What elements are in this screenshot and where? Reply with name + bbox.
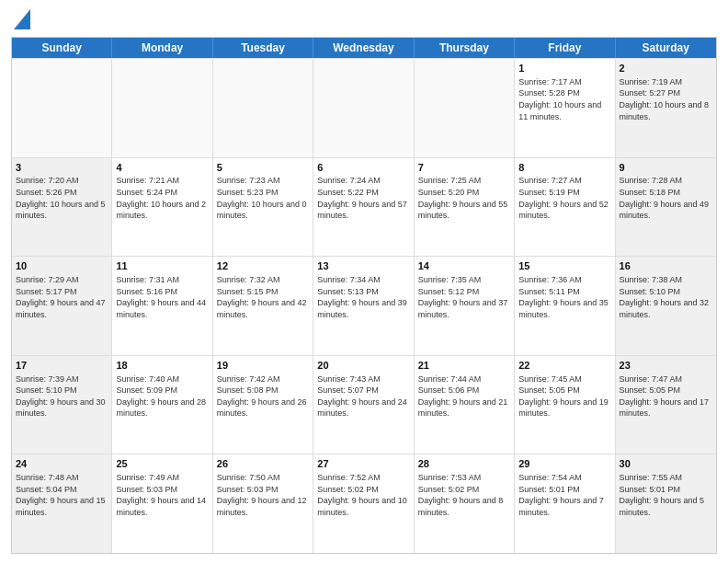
day-info: Sunrise: 7:36 AM Sunset: 5:11 PM Dayligh… [518, 274, 610, 320]
calendar-day-24: 24Sunrise: 7:48 AM Sunset: 5:04 PM Dayli… [12, 454, 112, 553]
day-number: 22 [518, 359, 610, 373]
calendar-day-empty [213, 59, 313, 157]
calendar-day-3: 3Sunrise: 7:20 AM Sunset: 5:26 PM Daylig… [12, 158, 112, 257]
calendar-day-14: 14Sunrise: 7:35 AM Sunset: 5:12 PM Dayli… [415, 257, 515, 355]
day-number: 8 [518, 161, 610, 175]
calendar-day-7: 7Sunrise: 7:25 AM Sunset: 5:20 PM Daylig… [415, 158, 515, 257]
day-info: Sunrise: 7:19 AM Sunset: 5:27 PM Dayligh… [620, 76, 712, 122]
calendar-day-30: 30Sunrise: 7:55 AM Sunset: 5:01 PM Dayli… [616, 454, 716, 553]
day-number: 26 [217, 457, 309, 471]
day-number: 2 [620, 62, 712, 75]
calendar-row-5: 24Sunrise: 7:48 AM Sunset: 5:04 PM Dayli… [12, 454, 716, 553]
day-info: Sunrise: 7:20 AM Sunset: 5:26 PM Dayligh… [16, 175, 108, 221]
calendar-day-21: 21Sunrise: 7:44 AM Sunset: 5:06 PM Dayli… [415, 356, 515, 454]
calendar-day-10: 10Sunrise: 7:29 AM Sunset: 5:17 PM Dayli… [12, 257, 112, 355]
day-info: Sunrise: 7:21 AM Sunset: 5:24 PM Dayligh… [116, 175, 208, 221]
calendar-day-2: 2Sunrise: 7:19 AM Sunset: 5:27 PM Daylig… [616, 59, 716, 157]
day-number: 13 [317, 259, 409, 273]
day-number: 21 [418, 359, 510, 373]
day-info: Sunrise: 7:39 AM Sunset: 5:10 PM Dayligh… [16, 373, 108, 419]
day-number: 14 [418, 259, 510, 273]
calendar-day-empty [112, 59, 212, 157]
day-number: 17 [16, 359, 108, 373]
day-info: Sunrise: 7:48 AM Sunset: 5:04 PM Dayligh… [16, 472, 108, 518]
day-number: 6 [317, 161, 409, 175]
calendar-day-26: 26Sunrise: 7:50 AM Sunset: 5:03 PM Dayli… [213, 454, 313, 553]
calendar-day-17: 17Sunrise: 7:39 AM Sunset: 5:10 PM Dayli… [12, 356, 112, 454]
calendar-day-19: 19Sunrise: 7:42 AM Sunset: 5:08 PM Dayli… [213, 356, 313, 454]
day-number: 5 [217, 161, 309, 175]
calendar-row-1: 1Sunrise: 7:17 AM Sunset: 5:28 PM Daylig… [12, 58, 716, 157]
day-number: 10 [16, 259, 108, 273]
header-day-saturday: Saturday [616, 38, 716, 58]
calendar-day-11: 11Sunrise: 7:31 AM Sunset: 5:16 PM Dayli… [112, 257, 212, 355]
day-number: 23 [620, 359, 712, 373]
day-info: Sunrise: 7:40 AM Sunset: 5:09 PM Dayligh… [116, 373, 208, 419]
day-number: 3 [16, 161, 108, 175]
day-info: Sunrise: 7:54 AM Sunset: 5:01 PM Dayligh… [518, 472, 610, 518]
calendar-day-29: 29Sunrise: 7:54 AM Sunset: 5:01 PM Dayli… [515, 454, 615, 553]
calendar-row-3: 10Sunrise: 7:29 AM Sunset: 5:17 PM Dayli… [12, 256, 716, 355]
header-day-tuesday: Tuesday [213, 38, 313, 58]
day-number: 12 [217, 259, 309, 273]
calendar-day-18: 18Sunrise: 7:40 AM Sunset: 5:09 PM Dayli… [112, 356, 212, 454]
calendar-day-13: 13Sunrise: 7:34 AM Sunset: 5:13 PM Dayli… [313, 257, 414, 355]
calendar-day-8: 8Sunrise: 7:27 AM Sunset: 5:19 PM Daylig… [515, 158, 615, 257]
calendar-header: SundayMondayTuesdayWednesdayThursdayFrid… [12, 38, 716, 58]
day-number: 9 [620, 161, 712, 175]
day-number: 19 [217, 359, 309, 373]
calendar-day-5: 5Sunrise: 7:23 AM Sunset: 5:23 PM Daylig… [213, 158, 313, 257]
svg-marker-0 [14, 9, 30, 29]
calendar-day-empty [313, 59, 414, 157]
calendar-day-15: 15Sunrise: 7:36 AM Sunset: 5:11 PM Dayli… [515, 257, 615, 355]
day-info: Sunrise: 7:35 AM Sunset: 5:12 PM Dayligh… [418, 274, 510, 320]
day-info: Sunrise: 7:29 AM Sunset: 5:17 PM Dayligh… [16, 274, 108, 320]
day-number: 11 [116, 259, 208, 273]
day-info: Sunrise: 7:44 AM Sunset: 5:06 PM Dayligh… [418, 373, 510, 419]
day-info: Sunrise: 7:43 AM Sunset: 5:07 PM Dayligh… [317, 373, 409, 419]
calendar-day-6: 6Sunrise: 7:24 AM Sunset: 5:22 PM Daylig… [313, 158, 414, 257]
day-info: Sunrise: 7:42 AM Sunset: 5:08 PM Dayligh… [217, 373, 309, 419]
calendar-day-1: 1Sunrise: 7:17 AM Sunset: 5:28 PM Daylig… [515, 59, 615, 157]
header-day-thursday: Thursday [415, 38, 515, 58]
header-day-sunday: Sunday [12, 38, 112, 58]
calendar-day-28: 28Sunrise: 7:53 AM Sunset: 5:02 PM Dayli… [415, 454, 515, 553]
logo-icon [14, 9, 30, 29]
day-info: Sunrise: 7:50 AM Sunset: 5:03 PM Dayligh… [217, 472, 309, 518]
day-info: Sunrise: 7:25 AM Sunset: 5:20 PM Dayligh… [418, 175, 510, 221]
day-info: Sunrise: 7:47 AM Sunset: 5:05 PM Dayligh… [620, 373, 712, 419]
header-day-monday: Monday [112, 38, 212, 58]
day-number: 15 [518, 259, 610, 273]
day-number: 16 [620, 259, 712, 273]
day-info: Sunrise: 7:38 AM Sunset: 5:10 PM Dayligh… [620, 274, 712, 320]
calendar-row-4: 17Sunrise: 7:39 AM Sunset: 5:10 PM Dayli… [12, 355, 716, 454]
calendar-day-25: 25Sunrise: 7:49 AM Sunset: 5:03 PM Dayli… [112, 454, 212, 553]
calendar-day-22: 22Sunrise: 7:45 AM Sunset: 5:05 PM Dayli… [515, 356, 615, 454]
calendar-row-2: 3Sunrise: 7:20 AM Sunset: 5:26 PM Daylig… [12, 157, 716, 257]
day-info: Sunrise: 7:53 AM Sunset: 5:02 PM Dayligh… [418, 472, 510, 518]
day-info: Sunrise: 7:17 AM Sunset: 5:28 PM Dayligh… [518, 76, 610, 122]
calendar-day-empty [415, 59, 515, 157]
day-number: 28 [418, 457, 510, 471]
day-info: Sunrise: 7:27 AM Sunset: 5:19 PM Dayligh… [518, 175, 610, 221]
day-info: Sunrise: 7:28 AM Sunset: 5:18 PM Dayligh… [620, 175, 712, 221]
page-header [11, 9, 717, 29]
calendar-day-27: 27Sunrise: 7:52 AM Sunset: 5:02 PM Dayli… [313, 454, 414, 553]
calendar-day-empty [12, 59, 112, 157]
day-info: Sunrise: 7:32 AM Sunset: 5:15 PM Dayligh… [217, 274, 309, 320]
day-number: 1 [518, 62, 610, 75]
day-info: Sunrise: 7:55 AM Sunset: 5:01 PM Dayligh… [620, 472, 712, 518]
day-info: Sunrise: 7:24 AM Sunset: 5:22 PM Dayligh… [317, 175, 409, 221]
calendar-day-16: 16Sunrise: 7:38 AM Sunset: 5:10 PM Dayli… [616, 257, 716, 355]
logo [11, 9, 30, 29]
day-info: Sunrise: 7:49 AM Sunset: 5:03 PM Dayligh… [116, 472, 208, 518]
day-number: 18 [116, 359, 208, 373]
day-number: 27 [317, 457, 409, 471]
day-info: Sunrise: 7:45 AM Sunset: 5:05 PM Dayligh… [518, 373, 610, 419]
day-info: Sunrise: 7:34 AM Sunset: 5:13 PM Dayligh… [317, 274, 409, 320]
header-day-friday: Friday [515, 38, 615, 58]
calendar-day-12: 12Sunrise: 7:32 AM Sunset: 5:15 PM Dayli… [213, 257, 313, 355]
calendar-day-23: 23Sunrise: 7:47 AM Sunset: 5:05 PM Dayli… [616, 356, 716, 454]
day-number: 7 [418, 161, 510, 175]
day-info: Sunrise: 7:23 AM Sunset: 5:23 PM Dayligh… [217, 175, 309, 221]
